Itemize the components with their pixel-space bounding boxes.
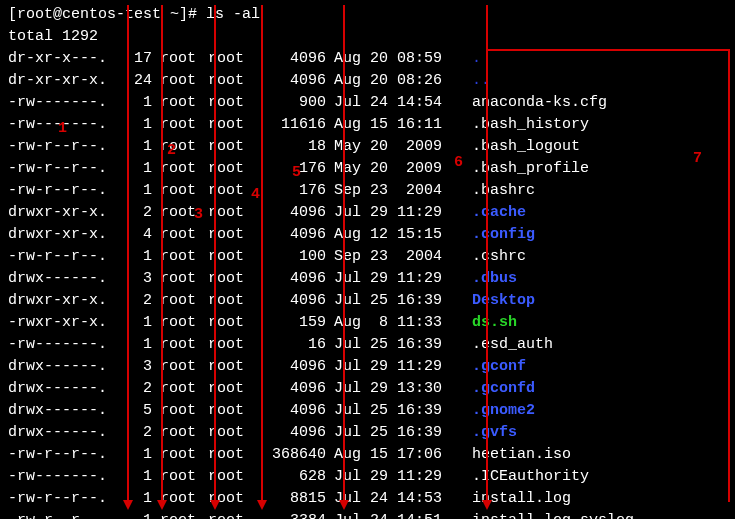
links-cell: 1 xyxy=(116,466,152,488)
perms-cell: -rw-r--r--. xyxy=(8,246,116,268)
annotation-arrow-line xyxy=(728,49,730,502)
perms-cell: -rw-r--r--. xyxy=(8,488,116,510)
name-cell: .bashrc xyxy=(464,180,634,202)
perms-cell: drwxr-xr-x. xyxy=(8,224,116,246)
name-cell: . xyxy=(464,48,634,70)
perms-cell: drwxr-xr-x. xyxy=(8,202,116,224)
date-cell: May 20 2009 xyxy=(326,158,464,180)
date-cell: Sep 23 2004 xyxy=(326,180,464,202)
links-cell: 2 xyxy=(116,202,152,224)
group-cell: root xyxy=(200,158,248,180)
owner-cell: root xyxy=(152,510,200,519)
name-cell: .gnome2 xyxy=(464,400,634,422)
group-cell: root xyxy=(200,48,248,70)
name-cell: Desktop xyxy=(464,290,634,312)
owner-cell: root xyxy=(152,92,200,114)
date-cell: Jul 29 11:29 xyxy=(326,466,464,488)
group-cell: root xyxy=(200,444,248,466)
table-row: drwx------.5rootroot4096Jul 25 16:39.gno… xyxy=(8,400,634,422)
name-cell: .cshrc xyxy=(464,246,634,268)
table-row: -rw-------.1rootroot16Jul 25 16:39.esd_a… xyxy=(8,334,634,356)
group-cell: root xyxy=(200,334,248,356)
links-cell: 1 xyxy=(116,312,152,334)
terminal-prompt: [root@centos-test ~]# ls -al xyxy=(8,4,727,26)
group-cell: root xyxy=(200,312,248,334)
group-cell: root xyxy=(200,356,248,378)
perms-cell: dr-xr-xr-x. xyxy=(8,70,116,92)
owner-cell: root xyxy=(152,114,200,136)
perms-cell: -rw-r--r--. xyxy=(8,158,116,180)
command-text: ls -al xyxy=(206,6,260,23)
size-cell: 4096 xyxy=(248,202,326,224)
table-row: -rw-r--r--.1rootroot18May 20 2009.bash_l… xyxy=(8,136,634,158)
table-row: drwxr-xr-x.2rootroot4096Jul 29 11:29.cac… xyxy=(8,202,634,224)
name-cell: .. xyxy=(464,70,634,92)
table-row: dr-xr-x---.17rootroot4096Aug 20 08:59. xyxy=(8,48,634,70)
table-row: -rw-r--r--.1rootroot368640Aug 15 17:06he… xyxy=(8,444,634,466)
links-cell: 1 xyxy=(116,246,152,268)
date-cell: Jul 24 14:54 xyxy=(326,92,464,114)
group-cell: root xyxy=(200,268,248,290)
group-cell: root xyxy=(200,378,248,400)
group-cell: root xyxy=(200,92,248,114)
name-cell: .dbus xyxy=(464,268,634,290)
size-cell: 8815 xyxy=(248,488,326,510)
group-cell: root xyxy=(200,224,248,246)
size-cell: 4096 xyxy=(248,224,326,246)
group-cell: root xyxy=(200,114,248,136)
owner-cell: root xyxy=(152,202,200,224)
date-cell: Jul 29 11:29 xyxy=(326,202,464,224)
table-row: drwx------.3rootroot4096Jul 29 11:29.gco… xyxy=(8,356,634,378)
listing-table: dr-xr-x---.17rootroot4096Aug 20 08:59.dr… xyxy=(8,48,634,519)
group-cell: root xyxy=(200,180,248,202)
table-row: drwxr-xr-x.2rootroot4096Jul 25 16:39Desk… xyxy=(8,290,634,312)
date-cell: Jul 24 14:51 xyxy=(326,510,464,519)
group-cell: root xyxy=(200,510,248,519)
size-cell: 18 xyxy=(248,136,326,158)
perms-cell: drwx------. xyxy=(8,268,116,290)
date-cell: Jul 24 14:53 xyxy=(326,488,464,510)
owner-cell: root xyxy=(152,268,200,290)
date-cell: May 20 2009 xyxy=(326,136,464,158)
name-cell: .config xyxy=(464,224,634,246)
perms-cell: -rwxr-xr-x. xyxy=(8,312,116,334)
date-cell: Jul 29 13:30 xyxy=(326,378,464,400)
date-cell: Aug 8 11:33 xyxy=(326,312,464,334)
size-cell: 176 xyxy=(248,158,326,180)
name-cell: .bash_logout xyxy=(464,136,634,158)
perms-cell: -rw-------. xyxy=(8,114,116,136)
size-cell: 159 xyxy=(248,312,326,334)
date-cell: Jul 25 16:39 xyxy=(326,400,464,422)
group-cell: root xyxy=(200,290,248,312)
perms-cell: -rw-r--r--. xyxy=(8,510,116,519)
perms-cell: -rw-------. xyxy=(8,466,116,488)
links-cell: 2 xyxy=(116,422,152,444)
links-cell: 1 xyxy=(116,114,152,136)
total-line: total 1292 xyxy=(8,26,727,48)
table-row: -rw-r--r--.1rootroot176Sep 23 2004.bashr… xyxy=(8,180,634,202)
perms-cell: -rw-------. xyxy=(8,92,116,114)
size-cell: 16 xyxy=(248,334,326,356)
date-cell: Sep 23 2004 xyxy=(326,246,464,268)
date-cell: Jul 29 11:29 xyxy=(326,356,464,378)
name-cell: install.log xyxy=(464,488,634,510)
size-cell: 176 xyxy=(248,180,326,202)
owner-cell: root xyxy=(152,136,200,158)
group-cell: root xyxy=(200,202,248,224)
size-cell: 4096 xyxy=(248,400,326,422)
name-cell: .cache xyxy=(464,202,634,224)
owner-cell: root xyxy=(152,70,200,92)
perms-cell: -rw-r--r--. xyxy=(8,444,116,466)
links-cell: 2 xyxy=(116,378,152,400)
links-cell: 5 xyxy=(116,400,152,422)
perms-cell: drwx------. xyxy=(8,356,116,378)
owner-cell: root xyxy=(152,422,200,444)
table-row: -rw-r--r--.1rootroot100Sep 23 2004.cshrc xyxy=(8,246,634,268)
perms-cell: dr-xr-x---. xyxy=(8,48,116,70)
table-row: dr-xr-xr-x.24rootroot4096Aug 20 08:26.. xyxy=(8,70,634,92)
name-cell: ds.sh xyxy=(464,312,634,334)
owner-cell: root xyxy=(152,400,200,422)
owner-cell: root xyxy=(152,224,200,246)
table-row: -rwxr-xr-x.1rootroot159Aug 8 11:33ds.sh xyxy=(8,312,634,334)
group-cell: root xyxy=(200,422,248,444)
